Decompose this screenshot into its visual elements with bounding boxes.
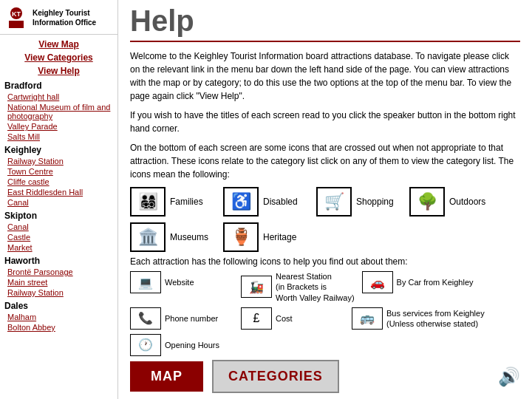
logo-text: Keighley Tourist Information Office (33, 8, 96, 27)
attr-icons-grid: 💻 Website 🚂 Nearest Station(in Brackets … (130, 271, 520, 356)
page-title: Help (130, 0, 520, 42)
category-icon-box: 🛒 (316, 187, 352, 216)
attr-icon-item: 💻 Website (130, 271, 233, 293)
sidebar-item-link[interactable]: Cartwright hall (0, 92, 117, 102)
bottom-bar: MAP CATEGORIES 🔊 (130, 360, 520, 393)
attr-icon-box: £ (241, 307, 272, 330)
nav-view-categories[interactable]: View Categories (0, 51, 117, 64)
sidebar-item-link[interactable]: Bolton Abbey (0, 322, 117, 332)
category-icon-label: Outdoors (449, 197, 485, 207)
attr-icon-box: 📞 (130, 307, 161, 330)
attr-icon-box: 🚗 (362, 271, 393, 293)
category-icon-item[interactable]: 🌳 Outdoors (409, 187, 491, 216)
attr-icon-label: Website (165, 277, 194, 287)
attr-para: Each attraction has the following icons … (130, 256, 520, 267)
categories-button[interactable]: CATEGORIES (212, 360, 339, 393)
sidebar: KT Keighley Tourist Information Office V… (0, 0, 118, 399)
speaker-icon[interactable]: 🔊 (498, 366, 520, 387)
category-icon-label: Disabled (263, 197, 298, 207)
sidebar-section-title: Skipton (0, 208, 117, 222)
attr-icon-item: 🚗 By Car from Keighley (362, 271, 474, 293)
svg-text:KT: KT (12, 10, 21, 18)
sidebar-item-link[interactable]: Salts Mill (0, 132, 117, 142)
sidebar-item-link[interactable]: East Riddlesden Hall (0, 187, 117, 197)
svg-rect-1 (9, 21, 24, 28)
logo-area: KT Keighley Tourist Information Office (0, 3, 117, 35)
sidebar-item-link[interactable]: Railway Station (0, 287, 117, 298)
category-icon-box: 🌳 (409, 187, 445, 216)
attr-icon-box: 🚂 (241, 276, 272, 298)
category-icon-item[interactable]: ♿ Disabled (223, 187, 304, 216)
sidebar-section-title: Haworth (0, 253, 117, 267)
map-button[interactable]: MAP (130, 361, 203, 392)
sidebar-item-link[interactable]: Valley Parade (0, 121, 117, 132)
attr-icon-label: Opening Hours (165, 340, 219, 350)
attr-icon-item: 🕐 Opening Hours (130, 334, 233, 356)
attr-icon-label: Phone number (165, 313, 218, 324)
attr-icon-label: By Car from Keighley (397, 277, 474, 287)
category-icon-box: 👨‍👩‍👧‍👦 (130, 187, 166, 216)
attr-icon-label: Nearest Station(in Brackets isWorth Vall… (276, 271, 355, 303)
sidebar-item-link[interactable]: Brontë Parsonage (0, 267, 117, 277)
attr-icon-label: Cost (276, 313, 293, 324)
attr-icon-item: 🚂 Nearest Station(in Brackets isWorth Va… (241, 271, 355, 303)
category-icon-label: Museums (170, 232, 208, 242)
sidebar-item-link[interactable]: National Museum of film and photography (0, 102, 117, 121)
logo-icon: KT (4, 6, 28, 30)
sidebar-section-title: Dales (0, 298, 117, 312)
attr-icon-item: 📞 Phone number (130, 307, 233, 330)
sidebar-section-title: Keighley (0, 142, 117, 156)
attr-icon-item: 🚌 Bus services from Keighley(Unless othe… (352, 307, 485, 330)
sidebar-section-title: Bradford (0, 78, 117, 92)
category-icon-box: ♿ (223, 187, 259, 216)
sidebar-sections: BradfordCartwright hallNational Museum o… (0, 78, 117, 332)
sidebar-item-link[interactable]: Market (0, 242, 117, 253)
category-icon-label: Families (170, 197, 203, 207)
category-icon-item[interactable]: 👨‍👩‍👧‍👦 Families (130, 187, 211, 216)
category-icon-item[interactable]: 🏺 Heritage (223, 222, 304, 252)
attr-icon-item: £ Cost (241, 307, 344, 330)
help-para1: If you wish to have the titles of each s… (130, 109, 520, 135)
sidebar-item-link[interactable]: Canal (0, 222, 117, 232)
attr-icon-box: 🚌 (352, 307, 383, 330)
category-icon-box: 🏛️ (130, 222, 166, 252)
category-icon-label: Heritage (263, 232, 296, 242)
sidebar-item-link[interactable]: Main street (0, 277, 117, 287)
help-para2: On the bottom of each screen are some ic… (130, 141, 520, 181)
category-icon-box: 🏺 (223, 222, 259, 252)
sidebar-item-link[interactable]: Malham (0, 312, 117, 322)
sidebar-item-link[interactable]: Town Centre (0, 166, 117, 177)
sidebar-item-link[interactable]: Castle (0, 232, 117, 242)
category-icon-item[interactable]: 🛒 Shopping (316, 187, 398, 216)
nav-view-map[interactable]: View Map (0, 38, 117, 51)
attr-section: Each attraction has the following icons … (130, 256, 520, 356)
help-intro: Welcome to the Keighley Tourist Informat… (130, 50, 520, 103)
category-icons-section: 👨‍👩‍👧‍👦 Families ♿ Disabled 🛒 Shopping 🌳… (130, 187, 520, 252)
sidebar-item-link[interactable]: Canal (0, 197, 117, 208)
sidebar-item-link[interactable]: Cliffe castle (0, 177, 117, 187)
nav-view-help[interactable]: View Help (0, 64, 117, 78)
category-icon-item[interactable]: 🏛️ Museums (130, 222, 211, 252)
category-icon-label: Shopping (356, 197, 394, 207)
attr-icon-box: 💻 (130, 271, 161, 293)
main-content: Help Welcome to the Keighley Tourist Inf… (118, 0, 532, 399)
attr-icon-label: Bus services from Keighley(Unless otherw… (386, 308, 485, 330)
sidebar-item-link[interactable]: Railway Station (0, 156, 117, 166)
attr-icon-box: 🕐 (130, 334, 161, 356)
